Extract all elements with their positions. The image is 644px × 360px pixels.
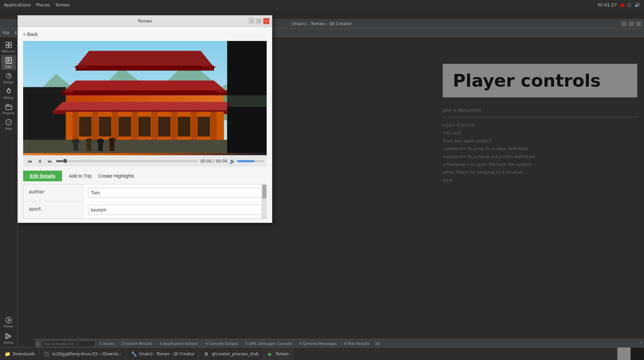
video-area	[23, 41, 267, 155]
svg-rect-53	[87, 142, 91, 151]
tab-search-results[interactable]: 2 Search Results	[118, 340, 156, 348]
form-row-sport: sport	[23, 201, 266, 218]
taskbar-label-qtcreator: [main] - Tomeo - Qt Creator	[139, 352, 195, 356]
tab-test-results-label: 8 Test Results	[344, 342, 369, 346]
bottom-taskbar: 📁 Downloads ⬛ sc20gg@feng-linux-03:~/Dow…	[0, 347, 644, 360]
form-value-author	[84, 184, 266, 201]
taskbar-right	[617, 348, 644, 360]
sidebar-label-tomeo: Tomeo	[4, 325, 13, 328]
tomeo-taskbar-icon: ▶	[267, 351, 274, 357]
form-scrollbar[interactable]	[262, 184, 266, 218]
player-controls-section: Player controls pen a document roject (C…	[436, 57, 644, 191]
dialog-content: < Back	[18, 27, 272, 223]
edit-details-button[interactable]: Edit Details	[23, 171, 62, 181]
bottom-panel-toggle[interactable]: ⌃	[639, 341, 643, 347]
sidebar-item-tomeo[interactable]: Tomeo	[1, 315, 16, 329]
video-controls: ⏮ ⏸ ⏭ 00:00 / 00:09 🔊	[23, 155, 267, 167]
qt-open-document-hint: pen a document	[443, 107, 637, 113]
svg-rect-9	[7, 89, 10, 92]
tab-compile-output-label: 4 Compile Output	[205, 342, 238, 346]
locate-input[interactable]	[42, 341, 95, 347]
tab-search-icon: ⊟	[36, 342, 40, 346]
qt-close-btn[interactable]: ×	[636, 21, 641, 27]
menu-file[interactable]: File	[3, 31, 9, 35]
taskbar-item-process-stub[interactable]: ⚙ qtcreator_process_stub	[199, 348, 263, 360]
svg-text:?: ?	[8, 120, 10, 125]
sidebar-item-projects[interactable]: Projects	[1, 101, 16, 116]
terminal-icon: ⬛	[43, 351, 50, 357]
form-input-author[interactable]	[88, 188, 262, 198]
tab-qml-debugger-label: 5 QML Debugger Console	[245, 342, 292, 346]
system-bar: Applications Places Tomeo Fri 01:27 ● ⬡ …	[0, 0, 644, 9]
sidebar-item-debug[interactable]: Debug	[1, 86, 16, 101]
tab-search-results-label: 2 Search Results	[122, 342, 153, 346]
sidebar-label-debug2: Debug	[4, 341, 14, 344]
form-input-sport[interactable]	[88, 205, 262, 215]
dialog-maximize-btn[interactable]: □	[256, 18, 262, 24]
progress-handle[interactable]	[63, 159, 67, 163]
tomeo-dialog: Tomeo − □ × < Back	[17, 15, 272, 223]
taskbar-item-terminal[interactable]: ⬛ sc20gg@feng-linux-03:~/Downlo...	[39, 348, 126, 360]
svg-rect-43	[99, 117, 111, 137]
tabs-expand-icon[interactable]: ≫	[375, 341, 381, 347]
tab-test-results[interactable]: 8 Test Results	[341, 340, 373, 348]
video-pause-btn[interactable]: ⏸	[36, 157, 44, 165]
form-label-sport: sport	[23, 201, 84, 218]
tab-issues[interactable]: 1 Issues	[96, 340, 118, 348]
taskbar-item-qtcreator[interactable]: 🔧 [main] - Tomeo - Qt Creator	[126, 348, 199, 360]
svg-rect-47	[178, 117, 190, 137]
video-progress-bar[interactable]	[56, 160, 198, 162]
svg-rect-15	[5, 105, 11, 109]
add-to-trip-button[interactable]: Add to Trip	[69, 173, 92, 179]
tab-app-output[interactable]: 3 Application Output	[156, 340, 201, 348]
tab-qml-debugger[interactable]: 5 QML Debugger Console	[242, 340, 296, 348]
dialog-close-btn[interactable]: ×	[263, 18, 269, 24]
volume-bar[interactable]	[237, 160, 264, 162]
sidebar-item-design[interactable]: Design	[1, 71, 16, 85]
left-sidebar: Welcome Edit Design	[0, 37, 17, 348]
sidebar-label-design: Design	[3, 81, 14, 84]
system-appname[interactable]: Tomeo	[55, 2, 69, 7]
action-buttons: Edit Details Add to Trip Create Highligh…	[23, 167, 267, 184]
tab-compile-output[interactable]: 4 Compile Output	[202, 340, 241, 348]
player-controls-banner: Player controls	[443, 64, 637, 97]
menu-edit[interactable]: E	[15, 31, 17, 35]
svg-rect-3	[9, 45, 11, 47]
dialog-minimize-btn[interactable]: −	[249, 18, 255, 24]
qt-hint-7: other filters for jumping to a location	[443, 168, 637, 176]
qt-divider	[443, 117, 637, 117]
taskbar-item-downloads[interactable]: 📁 Downloads	[0, 348, 39, 360]
taskbar-item-tomeo[interactable]: ▶ Tomeo	[263, 348, 293, 360]
video-skip-back-btn[interactable]: ⏮	[26, 157, 34, 165]
back-button[interactable]: < Back	[23, 31, 38, 38]
tab-general-messages[interactable]: 6 General Messages	[296, 340, 340, 348]
tab-app-output-label: 3 Application Output	[160, 342, 198, 346]
taskbar-label-terminal: sc20gg@feng-linux-03:~/Downlo...	[52, 352, 122, 356]
svg-rect-2	[6, 45, 8, 47]
form-value-sport	[84, 201, 266, 218]
sidebar-item-help[interactable]: ? Help	[1, 117, 16, 132]
sidebar-item-edit[interactable]: Edit	[1, 55, 16, 70]
qt-maximize-btn[interactable]: □	[629, 21, 634, 27]
create-highlights-button[interactable]: Create Highlights	[98, 173, 134, 179]
qt-hint-4: <pattern> to jump to a class definition	[443, 145, 637, 152]
player-controls-label: Player controls	[453, 71, 601, 91]
taskbar-color-picker[interactable]	[617, 348, 631, 360]
dialog-title: Tomeo	[138, 18, 152, 24]
video-skip-forward-btn[interactable]: ⏭	[46, 157, 54, 165]
qt-hint-6: <filename> to open file from file system	[443, 161, 637, 168]
qt-title: [main] - Tomeo - Qt Creator	[292, 21, 352, 26]
qt-hint-1: roject (Ctrl+O)	[443, 121, 637, 129]
sidebar-item-welcome[interactable]: Welcome	[1, 40, 16, 54]
taskbar-clock	[631, 348, 644, 360]
volume-icon[interactable]: 🔊	[229, 159, 235, 164]
system-apps[interactable]: Applications	[4, 2, 31, 7]
taskbar-label-process-stub: qtcreator_process_stub	[212, 352, 259, 356]
system-places[interactable]: Places	[36, 2, 50, 7]
sidebar-item-debug2[interactable]: Debug	[1, 331, 16, 346]
qt-minimize-btn[interactable]: −	[621, 21, 627, 27]
svg-marker-29	[63, 81, 227, 92]
folder-icon: 📁	[4, 351, 11, 357]
qt-bottom-tabs: ⊟ 1 Issues 2 Search Results 3 Applicatio…	[35, 339, 644, 348]
svg-rect-0	[6, 42, 8, 44]
